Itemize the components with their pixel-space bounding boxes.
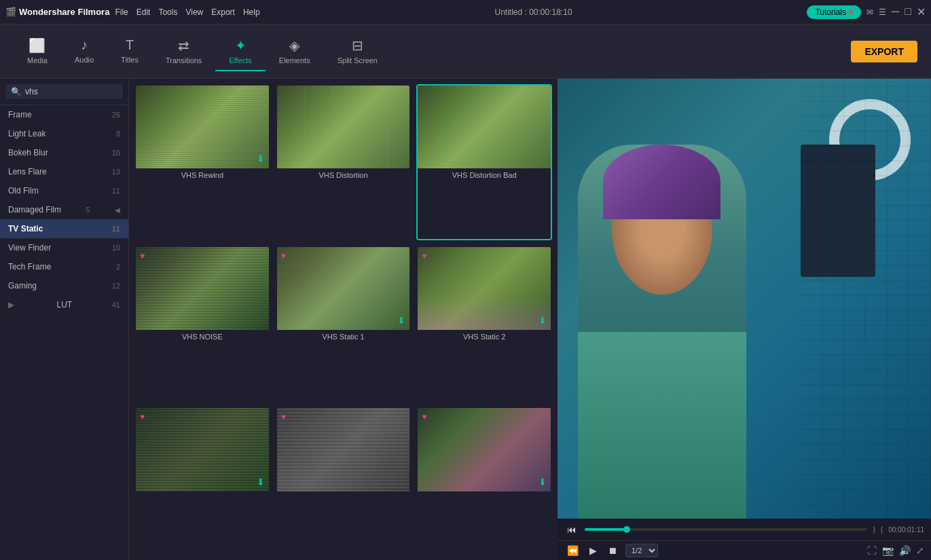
effect-card-vhs-noise[interactable]: ♥ VHS NOISE <box>134 246 270 402</box>
toolbar-titles[interactable]: T Titles <box>107 32 152 71</box>
person-figure <box>578 145 746 519</box>
category-damaged-film-label: Damaged Film <box>8 205 61 214</box>
search-input[interactable] <box>25 87 127 96</box>
preview-bottom-controls: ⏪ ▶ ⏹ 1/2Full1/4 ⛶ 📷 🔊 ⤢ <box>558 540 931 560</box>
category-lens-flare-label: Lens Flare <box>8 167 47 176</box>
app-logo: 🎬 Wondershare Filmora <box>5 7 109 17</box>
category-light-leak[interactable]: Light Leak 8 <box>0 124 128 143</box>
preview-background <box>558 79 931 519</box>
category-gaming[interactable]: Gaming 12 <box>0 276 128 295</box>
category-view-finder[interactable]: View Finder 10 <box>0 238 128 257</box>
menu-icon[interactable]: ☰ <box>879 7 886 17</box>
fullscreen-icon[interactable]: ⛶ <box>867 545 877 556</box>
category-tv-static-count: 11 <box>112 225 120 233</box>
stop-button[interactable]: ⏹ <box>605 544 620 557</box>
menu-help[interactable]: Help <box>243 7 260 17</box>
elements-label: Elements <box>279 56 310 64</box>
titles-icon: T <box>126 37 134 53</box>
audio-icon: ♪ <box>81 37 88 53</box>
category-bokeh-blur[interactable]: Bokeh Blur 10 <box>0 143 128 162</box>
playback-quality-select[interactable]: 1/2Full1/4 <box>625 544 658 557</box>
effects-label: Effects <box>229 56 251 64</box>
toolbar-elements[interactable]: ◈ Elements <box>266 32 324 71</box>
category-tech-frame[interactable]: Tech Frame 2 <box>0 257 128 276</box>
menu-bar: File Edit Tools View Export Help <box>115 7 259 17</box>
toolbar-transitions[interactable]: ⇄ Transitions <box>152 32 215 71</box>
category-tv-static[interactable]: TV Static 11 <box>0 219 128 238</box>
category-tech-frame-label: Tech Frame <box>8 262 51 272</box>
expand-icon[interactable]: ⤢ <box>916 545 924 556</box>
bracket-out: { <box>881 526 883 534</box>
effects-categories-list: Frame 26 Light Leak 8 Bokeh Blur 10 Lens… <box>0 105 128 560</box>
screenshot-icon[interactable]: 📷 <box>882 545 894 556</box>
mail-icon[interactable]: ✉ <box>866 7 873 17</box>
document-title: Untitled : 00:00:18:10 <box>266 7 802 17</box>
effect-card-vhs-distortion[interactable]: VHS Distortion <box>276 84 412 240</box>
category-frame-count: 26 <box>112 111 120 119</box>
main-toolbar: ⬜ Media ♪ Audio T Titles ⇄ Transitions ✦… <box>0 24 931 79</box>
media-icon: ⬜ <box>29 37 45 54</box>
current-time: 00:00:01:11 <box>888 526 924 534</box>
effect-card-vhs-distortion-bad[interactable]: VHS Distortion Bad <box>416 84 552 240</box>
toolbar-audio[interactable]: ♪ Audio <box>61 32 107 71</box>
effect-thumb-extra-1: ♥ ⬇ <box>136 408 269 491</box>
tutorials-button[interactable]: Tutorials <box>807 5 861 19</box>
rewind-button[interactable]: ⏮ <box>564 523 579 536</box>
window-controls: ─ □ ✕ <box>892 5 926 18</box>
preview-action-icons: ⛶ 📷 🔊 ⤢ <box>867 545 924 556</box>
effect-thumb-vhs-distortion-bad <box>418 86 551 168</box>
effect-card-vhs-static-2[interactable]: ♥ ⬇ VHS Static 2 <box>416 246 552 402</box>
maximize-button[interactable]: □ <box>905 5 911 18</box>
close-button[interactable]: ✕ <box>917 5 926 18</box>
category-bokeh-blur-label: Bokeh Blur <box>8 148 48 157</box>
expand-arrow: ▶ <box>8 300 14 310</box>
play-pause-button[interactable]: ▶ <box>587 544 600 557</box>
toolbar-media[interactable]: ⬜ Media <box>14 32 61 71</box>
minimize-button[interactable]: ─ <box>892 5 899 18</box>
effect-label-vhs-distortion: VHS Distortion <box>277 168 410 181</box>
effect-card-extra-2[interactable]: ♥ <box>276 407 412 555</box>
progress-bar[interactable] <box>585 528 867 531</box>
menu-edit[interactable]: Edit <box>136 7 151 17</box>
download-icon: ⬇ <box>538 315 547 326</box>
category-old-film-count: 11 <box>112 187 120 195</box>
effect-card-extra-1[interactable]: ♥ ⬇ <box>134 407 270 555</box>
app-name: Wondershare Filmora <box>19 7 109 17</box>
download-icon: ⬇ <box>257 477 265 487</box>
category-frame[interactable]: Frame 26 <box>0 105 128 124</box>
toolbar-split-screen[interactable]: ⊟ Split Screen <box>324 32 391 71</box>
effect-card-extra-3[interactable]: ♥ ⬇ <box>416 407 552 555</box>
tutorials-label: Tutorials <box>815 7 846 17</box>
category-damaged-film-count: 5 <box>86 206 90 214</box>
effect-card-vhs-static-1[interactable]: ♥ ⬇ VHS Static 1 <box>276 246 412 402</box>
search-icon: 🔍 <box>11 87 21 96</box>
bracket-in: } <box>873 526 875 534</box>
menu-file[interactable]: File <box>115 7 128 17</box>
step-back-button[interactable]: ⏪ <box>564 544 581 557</box>
export-button[interactable]: EXPORT <box>851 41 917 62</box>
heart-icon: ♥ <box>422 251 426 261</box>
category-tv-static-label: TV Static <box>8 224 43 234</box>
menu-tools[interactable]: Tools <box>158 7 177 17</box>
effect-thumb-vhs-rewind: ⬇ <box>136 86 269 168</box>
effect-label-extra-3 <box>418 491 551 496</box>
preview-panel: ⏮ } { 00:00:01:11 ⏪ ▶ ⏹ 1/2Full1/4 ⛶ 📷 🔊… <box>558 79 931 560</box>
category-lut[interactable]: ▶ LUT 41 <box>0 295 128 314</box>
wall-texture <box>801 79 932 519</box>
category-frame-label: Frame <box>8 110 32 119</box>
category-damaged-film[interactable]: Damaged Film 5 ◀ <box>0 200 128 219</box>
toolbar-effects[interactable]: ✦ Effects <box>215 32 265 71</box>
category-lut-count: 41 <box>112 301 120 309</box>
effect-thumb-extra-2: ♥ <box>277 408 410 491</box>
menu-export[interactable]: Export <box>211 7 235 17</box>
effect-label-vhs-distortion-bad: VHS Distortion Bad <box>418 168 551 181</box>
category-lens-flare[interactable]: Lens Flare 13 <box>0 162 128 181</box>
effect-card-vhs-rewind[interactable]: ⬇ VHS Rewind <box>134 84 270 240</box>
effects-grid-panel: ⬇ VHS Rewind VHS Distortion <box>129 79 558 560</box>
audio-icon[interactable]: 🔊 <box>899 545 911 556</box>
effect-thumb-extra-3: ♥ ⬇ <box>418 408 551 491</box>
effect-thumb-vhs-static-1: ♥ ⬇ <box>277 247 410 330</box>
category-old-film[interactable]: Old Film 11 <box>0 181 128 200</box>
menu-view[interactable]: View <box>185 7 203 17</box>
transitions-icon: ⇄ <box>178 37 189 54</box>
